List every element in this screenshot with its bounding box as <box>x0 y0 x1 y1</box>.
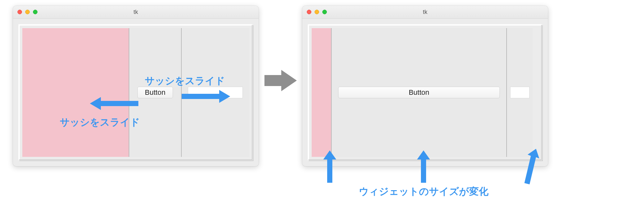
button-widget[interactable]: Button <box>338 87 500 98</box>
svg-marker-5 <box>417 150 430 183</box>
minimize-icon[interactable] <box>25 10 30 14</box>
svg-marker-3 <box>281 70 297 91</box>
svg-marker-1 <box>182 90 230 103</box>
pane-button: Button <box>129 28 181 157</box>
annotation-slide-right: サッシをスライド <box>145 74 225 88</box>
arrow-up-3-icon <box>520 149 539 184</box>
pane-canvas <box>22 28 129 157</box>
arrow-right-icon <box>182 87 230 106</box>
annotation-size-change: ウィジェットのサイズが変化 <box>359 185 488 198</box>
paned-window: Button <box>308 25 542 160</box>
svg-rect-2 <box>264 75 281 86</box>
pane-button: Button <box>332 28 506 157</box>
button-widget[interactable]: Button <box>137 87 173 98</box>
window-title: tk <box>13 9 259 16</box>
svg-marker-6 <box>524 149 539 184</box>
svg-marker-4 <box>323 150 336 183</box>
arrow-up-1-icon <box>323 150 336 183</box>
svg-marker-0 <box>90 97 138 110</box>
close-icon[interactable] <box>307 10 311 14</box>
pane-canvas <box>312 28 331 157</box>
entry-widget[interactable] <box>510 87 530 98</box>
arrow-left-icon <box>90 94 138 113</box>
minimize-icon[interactable] <box>315 10 319 14</box>
pane-entry <box>507 28 533 157</box>
zoom-icon[interactable] <box>322 10 327 14</box>
window-title: tk <box>302 9 548 16</box>
close-icon[interactable] <box>17 10 22 14</box>
titlebar-left[interactable]: tk <box>13 6 259 19</box>
canvas-widget[interactable] <box>22 28 129 157</box>
arrow-up-2-icon <box>417 150 430 183</box>
window-right: tk Button <box>302 6 548 166</box>
annotation-slide-left: サッシをスライド <box>60 116 140 129</box>
titlebar-right[interactable]: tk <box>302 6 548 19</box>
canvas-widget[interactable] <box>312 28 331 157</box>
zoom-icon[interactable] <box>33 10 38 14</box>
transition-arrow-icon <box>264 65 297 98</box>
